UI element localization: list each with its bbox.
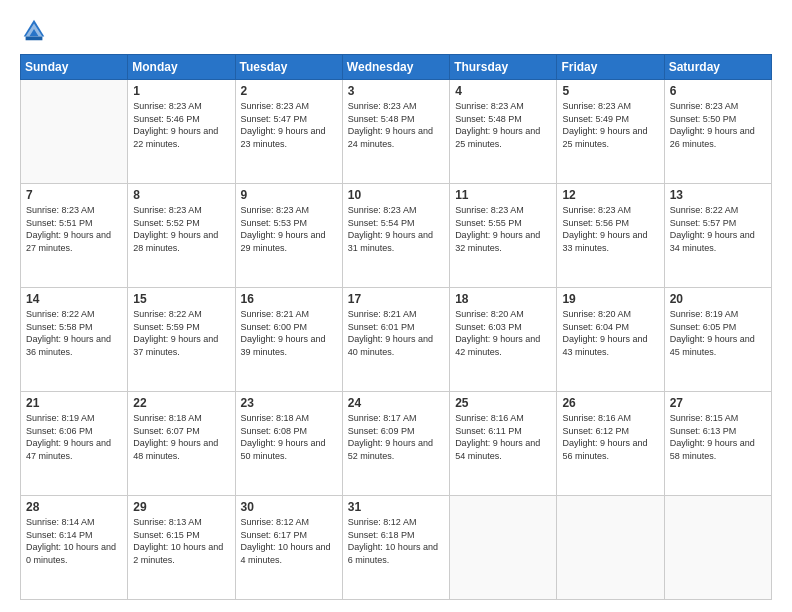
logo-icon	[20, 16, 48, 44]
day-info: Sunrise: 8:23 AMSunset: 5:51 PMDaylight:…	[26, 204, 122, 254]
day-info: Sunrise: 8:18 AMSunset: 6:07 PMDaylight:…	[133, 412, 229, 462]
day-info: Sunrise: 8:22 AMSunset: 5:57 PMDaylight:…	[670, 204, 766, 254]
calendar-cell: 30Sunrise: 8:12 AMSunset: 6:17 PMDayligh…	[235, 496, 342, 600]
day-number: 27	[670, 396, 766, 410]
calendar-cell: 14Sunrise: 8:22 AMSunset: 5:58 PMDayligh…	[21, 288, 128, 392]
day-number: 12	[562, 188, 658, 202]
day-number: 16	[241, 292, 337, 306]
calendar-cell: 22Sunrise: 8:18 AMSunset: 6:07 PMDayligh…	[128, 392, 235, 496]
svg-rect-2	[26, 37, 43, 41]
weekday-header-monday: Monday	[128, 55, 235, 80]
calendar-cell: 7Sunrise: 8:23 AMSunset: 5:51 PMDaylight…	[21, 184, 128, 288]
calendar-cell: 26Sunrise: 8:16 AMSunset: 6:12 PMDayligh…	[557, 392, 664, 496]
day-number: 6	[670, 84, 766, 98]
calendar-cell: 8Sunrise: 8:23 AMSunset: 5:52 PMDaylight…	[128, 184, 235, 288]
day-info: Sunrise: 8:17 AMSunset: 6:09 PMDaylight:…	[348, 412, 444, 462]
calendar-cell: 11Sunrise: 8:23 AMSunset: 5:55 PMDayligh…	[450, 184, 557, 288]
day-number: 20	[670, 292, 766, 306]
day-info: Sunrise: 8:22 AMSunset: 5:58 PMDaylight:…	[26, 308, 122, 358]
day-info: Sunrise: 8:19 AMSunset: 6:06 PMDaylight:…	[26, 412, 122, 462]
day-number: 8	[133, 188, 229, 202]
day-number: 7	[26, 188, 122, 202]
day-info: Sunrise: 8:16 AMSunset: 6:11 PMDaylight:…	[455, 412, 551, 462]
day-number: 3	[348, 84, 444, 98]
day-number: 17	[348, 292, 444, 306]
day-number: 1	[133, 84, 229, 98]
calendar-cell	[450, 496, 557, 600]
day-info: Sunrise: 8:23 AMSunset: 5:55 PMDaylight:…	[455, 204, 551, 254]
calendar-cell: 1Sunrise: 8:23 AMSunset: 5:46 PMDaylight…	[128, 80, 235, 184]
day-number: 23	[241, 396, 337, 410]
calendar-cell: 15Sunrise: 8:22 AMSunset: 5:59 PMDayligh…	[128, 288, 235, 392]
day-info: Sunrise: 8:23 AMSunset: 5:48 PMDaylight:…	[348, 100, 444, 150]
day-info: Sunrise: 8:23 AMSunset: 5:53 PMDaylight:…	[241, 204, 337, 254]
day-info: Sunrise: 8:23 AMSunset: 5:54 PMDaylight:…	[348, 204, 444, 254]
day-number: 9	[241, 188, 337, 202]
calendar-cell: 6Sunrise: 8:23 AMSunset: 5:50 PMDaylight…	[664, 80, 771, 184]
day-info: Sunrise: 8:21 AMSunset: 6:00 PMDaylight:…	[241, 308, 337, 358]
calendar-cell: 18Sunrise: 8:20 AMSunset: 6:03 PMDayligh…	[450, 288, 557, 392]
day-number: 14	[26, 292, 122, 306]
day-number: 29	[133, 500, 229, 514]
calendar-cell: 23Sunrise: 8:18 AMSunset: 6:08 PMDayligh…	[235, 392, 342, 496]
day-info: Sunrise: 8:23 AMSunset: 5:47 PMDaylight:…	[241, 100, 337, 150]
calendar-cell: 3Sunrise: 8:23 AMSunset: 5:48 PMDaylight…	[342, 80, 449, 184]
day-info: Sunrise: 8:23 AMSunset: 5:50 PMDaylight:…	[670, 100, 766, 150]
logo	[20, 16, 52, 44]
day-number: 10	[348, 188, 444, 202]
day-info: Sunrise: 8:23 AMSunset: 5:46 PMDaylight:…	[133, 100, 229, 150]
day-number: 4	[455, 84, 551, 98]
page: SundayMondayTuesdayWednesdayThursdayFrid…	[0, 0, 792, 612]
calendar-cell	[21, 80, 128, 184]
day-info: Sunrise: 8:12 AMSunset: 6:18 PMDaylight:…	[348, 516, 444, 566]
calendar-cell: 9Sunrise: 8:23 AMSunset: 5:53 PMDaylight…	[235, 184, 342, 288]
day-info: Sunrise: 8:18 AMSunset: 6:08 PMDaylight:…	[241, 412, 337, 462]
calendar-week-row: 28Sunrise: 8:14 AMSunset: 6:14 PMDayligh…	[21, 496, 772, 600]
calendar-table: SundayMondayTuesdayWednesdayThursdayFrid…	[20, 54, 772, 600]
day-info: Sunrise: 8:23 AMSunset: 5:56 PMDaylight:…	[562, 204, 658, 254]
calendar-cell: 2Sunrise: 8:23 AMSunset: 5:47 PMDaylight…	[235, 80, 342, 184]
calendar-cell: 17Sunrise: 8:21 AMSunset: 6:01 PMDayligh…	[342, 288, 449, 392]
weekday-header-tuesday: Tuesday	[235, 55, 342, 80]
day-number: 22	[133, 396, 229, 410]
calendar-cell: 27Sunrise: 8:15 AMSunset: 6:13 PMDayligh…	[664, 392, 771, 496]
day-number: 26	[562, 396, 658, 410]
calendar-cell: 24Sunrise: 8:17 AMSunset: 6:09 PMDayligh…	[342, 392, 449, 496]
weekday-header-wednesday: Wednesday	[342, 55, 449, 80]
day-info: Sunrise: 8:13 AMSunset: 6:15 PMDaylight:…	[133, 516, 229, 566]
day-number: 24	[348, 396, 444, 410]
calendar-cell: 20Sunrise: 8:19 AMSunset: 6:05 PMDayligh…	[664, 288, 771, 392]
weekday-header-thursday: Thursday	[450, 55, 557, 80]
calendar-week-row: 7Sunrise: 8:23 AMSunset: 5:51 PMDaylight…	[21, 184, 772, 288]
weekday-header-saturday: Saturday	[664, 55, 771, 80]
day-number: 13	[670, 188, 766, 202]
calendar-cell: 21Sunrise: 8:19 AMSunset: 6:06 PMDayligh…	[21, 392, 128, 496]
day-info: Sunrise: 8:12 AMSunset: 6:17 PMDaylight:…	[241, 516, 337, 566]
calendar-cell: 13Sunrise: 8:22 AMSunset: 5:57 PMDayligh…	[664, 184, 771, 288]
day-number: 2	[241, 84, 337, 98]
day-info: Sunrise: 8:20 AMSunset: 6:04 PMDaylight:…	[562, 308, 658, 358]
weekday-header-row: SundayMondayTuesdayWednesdayThursdayFrid…	[21, 55, 772, 80]
day-number: 11	[455, 188, 551, 202]
weekday-header-sunday: Sunday	[21, 55, 128, 80]
calendar-cell: 31Sunrise: 8:12 AMSunset: 6:18 PMDayligh…	[342, 496, 449, 600]
day-info: Sunrise: 8:21 AMSunset: 6:01 PMDaylight:…	[348, 308, 444, 358]
day-number: 18	[455, 292, 551, 306]
day-info: Sunrise: 8:23 AMSunset: 5:52 PMDaylight:…	[133, 204, 229, 254]
calendar-cell: 28Sunrise: 8:14 AMSunset: 6:14 PMDayligh…	[21, 496, 128, 600]
day-info: Sunrise: 8:15 AMSunset: 6:13 PMDaylight:…	[670, 412, 766, 462]
calendar-cell: 25Sunrise: 8:16 AMSunset: 6:11 PMDayligh…	[450, 392, 557, 496]
day-info: Sunrise: 8:22 AMSunset: 5:59 PMDaylight:…	[133, 308, 229, 358]
calendar-week-row: 1Sunrise: 8:23 AMSunset: 5:46 PMDaylight…	[21, 80, 772, 184]
day-info: Sunrise: 8:23 AMSunset: 5:48 PMDaylight:…	[455, 100, 551, 150]
calendar-cell: 29Sunrise: 8:13 AMSunset: 6:15 PMDayligh…	[128, 496, 235, 600]
day-info: Sunrise: 8:19 AMSunset: 6:05 PMDaylight:…	[670, 308, 766, 358]
calendar-week-row: 14Sunrise: 8:22 AMSunset: 5:58 PMDayligh…	[21, 288, 772, 392]
day-number: 28	[26, 500, 122, 514]
calendar-cell: 19Sunrise: 8:20 AMSunset: 6:04 PMDayligh…	[557, 288, 664, 392]
day-number: 19	[562, 292, 658, 306]
day-info: Sunrise: 8:23 AMSunset: 5:49 PMDaylight:…	[562, 100, 658, 150]
header	[20, 16, 772, 44]
calendar-cell	[557, 496, 664, 600]
day-number: 31	[348, 500, 444, 514]
